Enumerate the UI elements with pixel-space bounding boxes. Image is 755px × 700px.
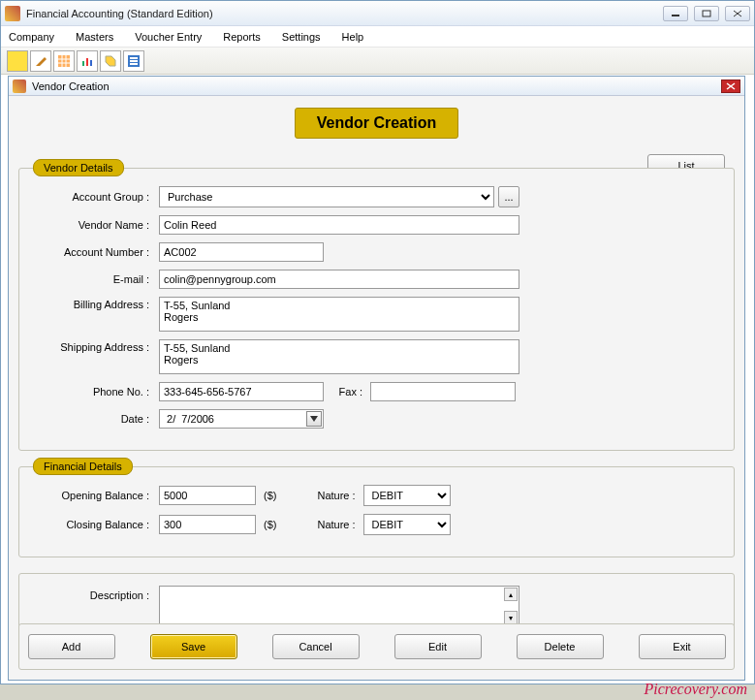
closing-currency: ($) — [264, 519, 276, 530]
description-scroll-down[interactable]: ▾ — [504, 611, 518, 624]
closing-balance-label: Closing Balance : — [33, 519, 159, 530]
email-input[interactable] — [159, 270, 519, 289]
vendor-details-legend: Vendor Details — [33, 159, 124, 176]
financial-details-group: Financial Details Opening Balance : ($) … — [18, 466, 735, 557]
menu-reports[interactable]: Reports — [223, 31, 261, 43]
opening-nature-label: Nature : — [317, 490, 355, 501]
date-input[interactable] — [159, 409, 324, 429]
billing-address-label: Billing Address : — [33, 297, 159, 310]
menu-voucher[interactable]: Voucher Entry — [135, 31, 202, 43]
inner-close-button[interactable] — [721, 80, 740, 93]
app-window: Financial Accounting (Standard Edition) … — [0, 0, 755, 684]
maximize-button[interactable] — [694, 6, 719, 21]
app-title: Financial Accounting (Standard Edition) — [26, 8, 663, 19]
add-button[interactable]: Add — [28, 634, 115, 659]
action-button-row: Add Save Cancel Edit Delete Exit — [18, 623, 735, 670]
title-bar: Financial Accounting (Standard Edition) — [1, 1, 754, 26]
vendor-details-group: Vendor Details Account Group : Purchase … — [18, 168, 735, 451]
description-scroll-up[interactable]: ▴ — [504, 588, 518, 601]
date-label: Date : — [33, 413, 159, 425]
minimize-button[interactable] — [663, 6, 688, 21]
delete-button[interactable]: Delete — [517, 634, 604, 659]
vendor-name-label: Vendor Name : — [33, 219, 159, 231]
account-number-label: Account Number : — [33, 246, 159, 258]
inner-icon — [13, 80, 26, 93]
account-group-label: Account Group : — [33, 191, 159, 203]
toolbar-grid-icon[interactable] — [53, 50, 75, 72]
toolbar — [1, 48, 754, 75]
toolbar-chart-icon[interactable] — [77, 50, 98, 72]
menu-help[interactable]: Help — [342, 31, 364, 43]
svg-rect-9 — [82, 61, 84, 66]
page-banner: Vendor Creation — [295, 108, 459, 139]
svg-rect-11 — [90, 60, 92, 66]
edit-button[interactable]: Edit — [394, 634, 482, 659]
menu-masters[interactable]: Masters — [76, 31, 113, 43]
billing-address-input[interactable]: T-55, Sunland Rogers — [159, 297, 519, 332]
svg-rect-10 — [86, 58, 88, 66]
svg-rect-1 — [703, 11, 710, 16]
description-label: Description : — [33, 586, 159, 601]
opening-balance-input[interactable] — [159, 486, 256, 505]
save-button[interactable]: Save — [150, 634, 237, 659]
account-number-input[interactable] — [159, 242, 324, 262]
phone-input[interactable] — [159, 382, 324, 401]
vendor-creation-window: Vendor Creation Vendor Creation List Ven… — [8, 76, 745, 681]
svg-rect-4 — [58, 55, 70, 67]
inner-title-bar: Vendor Creation — [9, 77, 744, 96]
opening-currency: ($) — [264, 490, 276, 501]
toolbar-tag-icon[interactable] — [100, 50, 121, 72]
toolbar-list-icon[interactable] — [123, 50, 144, 72]
watermark: Picrecovery.com — [645, 681, 747, 698]
opening-nature-select[interactable]: DEBIT — [363, 485, 451, 506]
account-group-browse-button[interactable]: ... — [498, 186, 519, 207]
fax-label: Fax : — [324, 386, 370, 398]
opening-balance-label: Opening Balance : — [33, 490, 159, 501]
app-icon — [5, 6, 20, 21]
fax-input[interactable] — [370, 382, 516, 401]
toolbar-new-icon[interactable] — [7, 50, 28, 72]
shipping-address-input[interactable]: T-55, Sunland Rogers — [159, 339, 519, 374]
close-button[interactable] — [725, 6, 750, 21]
menu-company[interactable]: Company — [9, 31, 54, 43]
form-body: Vendor Creation List Vendor Details Acco… — [9, 96, 744, 680]
closing-nature-select[interactable]: DEBIT — [363, 514, 451, 535]
account-group-select[interactable]: Purchase — [159, 186, 494, 207]
phone-label: Phone No. : — [33, 386, 159, 398]
svg-rect-15 — [130, 63, 138, 65]
description-input[interactable] — [159, 586, 519, 624]
shipping-address-label: Shipping Address : — [33, 339, 159, 353]
menu-bar: Company Masters Voucher Entry Reports Se… — [1, 26, 754, 48]
menu-settings[interactable]: Settings — [282, 31, 321, 43]
financial-details-legend: Financial Details — [33, 458, 133, 475]
email-label: E-mail : — [33, 273, 159, 285]
cancel-button[interactable]: Cancel — [272, 634, 360, 659]
toolbar-edit-icon[interactable] — [30, 50, 51, 72]
exit-button[interactable]: Exit — [639, 634, 726, 659]
inner-title: Vendor Creation — [32, 80, 721, 92]
closing-nature-label: Nature : — [317, 519, 355, 530]
svg-rect-14 — [130, 60, 138, 62]
closing-balance-input[interactable] — [159, 515, 256, 534]
svg-rect-13 — [130, 57, 138, 59]
vendor-name-input[interactable] — [159, 215, 519, 235]
date-picker-button[interactable] — [306, 411, 322, 427]
